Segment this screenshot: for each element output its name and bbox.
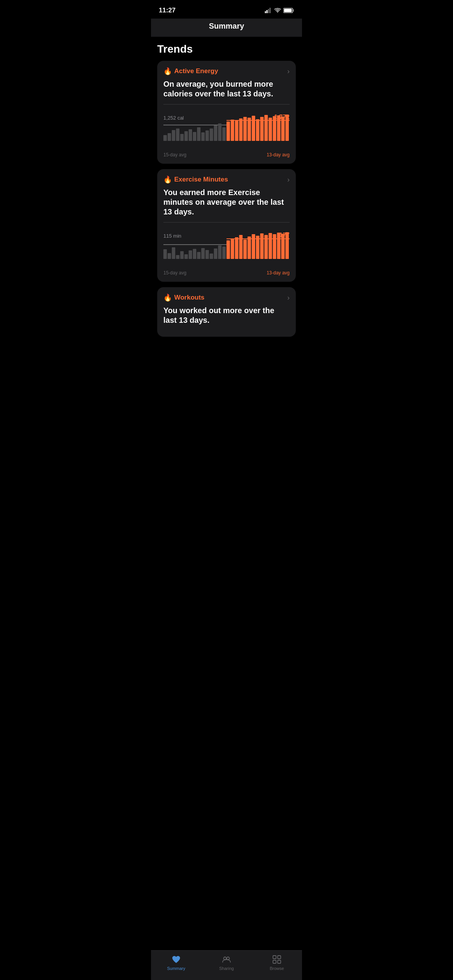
svg-rect-16 bbox=[193, 132, 196, 141]
right-label-exercise: 13-day avg bbox=[267, 270, 290, 276]
svg-rect-52 bbox=[210, 254, 213, 259]
signal-icon bbox=[265, 8, 272, 13]
svg-rect-24 bbox=[226, 122, 230, 141]
active-energy-chart: 1,252 cal 1,772 bbox=[163, 114, 290, 158]
left-value-exercise: 115 min bbox=[163, 233, 181, 239]
card-title-row-workouts: 🔥 Workouts bbox=[163, 293, 204, 302]
card-title-row-exercise: 🔥 Exercise Minutes bbox=[163, 175, 228, 184]
svg-rect-60 bbox=[243, 240, 247, 259]
active-energy-card[interactable]: 🔥 Active Energy › On average, you burned… bbox=[157, 61, 296, 164]
chart-labels-active: 15-day avg 13-day avg bbox=[163, 152, 290, 158]
svg-rect-53 bbox=[214, 248, 217, 259]
nav-title: Summary bbox=[159, 22, 294, 31]
svg-rect-17 bbox=[197, 127, 201, 141]
nav-header: Summary bbox=[151, 19, 302, 37]
svg-rect-3 bbox=[269, 8, 271, 13]
flame-icon-workouts: 🔥 bbox=[163, 293, 172, 302]
wifi-icon bbox=[274, 8, 281, 13]
chart-labels-exercise: 15-day avg 13-day avg bbox=[163, 270, 290, 276]
card-header-workouts: 🔥 Workouts › bbox=[163, 293, 290, 302]
svg-rect-11 bbox=[172, 130, 175, 141]
svg-rect-57 bbox=[231, 239, 234, 259]
right-label-active: 13-day avg bbox=[267, 152, 290, 158]
workouts-title: Workouts bbox=[174, 294, 204, 302]
status-time: 11:27 bbox=[159, 7, 175, 14]
svg-rect-49 bbox=[197, 252, 201, 259]
left-label-exercise: 15-day avg bbox=[163, 270, 186, 276]
svg-rect-15 bbox=[189, 129, 192, 141]
svg-rect-58 bbox=[235, 237, 239, 259]
svg-rect-20 bbox=[210, 128, 213, 141]
svg-rect-21 bbox=[214, 125, 217, 141]
status-bar: 11:27 bbox=[151, 0, 302, 19]
svg-rect-41 bbox=[163, 249, 167, 259]
exercise-chart: 115 min 177 bbox=[163, 232, 290, 276]
svg-rect-42 bbox=[168, 253, 171, 259]
chevron-workouts: › bbox=[287, 294, 290, 302]
status-icons bbox=[265, 8, 294, 13]
svg-rect-0 bbox=[265, 11, 266, 13]
svg-rect-6 bbox=[284, 9, 292, 12]
svg-rect-2 bbox=[268, 9, 269, 13]
flame-icon-exercise: 🔥 bbox=[163, 175, 172, 184]
svg-rect-54 bbox=[218, 245, 221, 259]
card-header-active-energy: 🔥 Active Energy › bbox=[163, 67, 290, 75]
svg-rect-51 bbox=[206, 250, 209, 259]
svg-rect-18 bbox=[201, 132, 205, 141]
workouts-card[interactable]: 🔥 Workouts › You worked out more over th… bbox=[157, 287, 296, 337]
svg-rect-43 bbox=[172, 247, 175, 259]
svg-rect-1 bbox=[266, 10, 268, 13]
svg-rect-55 bbox=[222, 247, 226, 259]
exercise-minutes-card[interactable]: 🔥 Exercise Minutes › You earned more Exe… bbox=[157, 169, 296, 282]
svg-rect-23 bbox=[222, 127, 226, 141]
left-value-active: 1,252 cal bbox=[163, 115, 184, 121]
battery-icon bbox=[283, 8, 294, 13]
exercise-minutes-description: You earned more Exercise minutes on aver… bbox=[163, 188, 290, 217]
chevron-active-energy: › bbox=[287, 67, 290, 75]
svg-rect-22 bbox=[218, 123, 221, 141]
svg-rect-5 bbox=[293, 9, 294, 12]
svg-rect-48 bbox=[193, 249, 196, 259]
svg-rect-45 bbox=[180, 251, 184, 259]
svg-rect-44 bbox=[176, 255, 180, 259]
right-value-active: 1,772 bbox=[274, 114, 290, 121]
exercise-minutes-title: Exercise Minutes bbox=[174, 176, 228, 183]
svg-rect-10 bbox=[168, 133, 171, 141]
chart-divider-1 bbox=[163, 104, 290, 105]
active-energy-description: On average, you burned more calories ove… bbox=[163, 79, 290, 99]
svg-rect-31 bbox=[256, 119, 259, 141]
svg-rect-25 bbox=[231, 120, 234, 141]
main-content: Trends 🔥 Active Energy › On average, you… bbox=[151, 37, 302, 372]
svg-rect-47 bbox=[189, 250, 192, 259]
section-title: Trends bbox=[157, 43, 296, 55]
svg-rect-19 bbox=[206, 130, 209, 141]
svg-rect-46 bbox=[184, 254, 188, 259]
card-title-row: 🔥 Active Energy bbox=[163, 67, 218, 75]
svg-rect-9 bbox=[163, 135, 167, 141]
chevron-exercise: › bbox=[287, 176, 290, 184]
right-value-exercise: 177 bbox=[279, 232, 290, 239]
svg-rect-14 bbox=[184, 131, 188, 141]
flame-icon-active-energy: 🔥 bbox=[163, 67, 172, 75]
workouts-description: You worked out more over the last 13 day… bbox=[163, 306, 290, 325]
left-label-active: 15-day avg bbox=[163, 152, 186, 158]
active-energy-title: Active Energy bbox=[174, 67, 218, 75]
svg-rect-13 bbox=[180, 134, 184, 141]
svg-rect-26 bbox=[235, 121, 239, 141]
svg-rect-12 bbox=[176, 128, 180, 141]
card-header-exercise: 🔥 Exercise Minutes › bbox=[163, 175, 290, 184]
svg-rect-50 bbox=[201, 248, 205, 259]
svg-rect-56 bbox=[226, 240, 230, 259]
chart-divider-2 bbox=[163, 222, 290, 223]
